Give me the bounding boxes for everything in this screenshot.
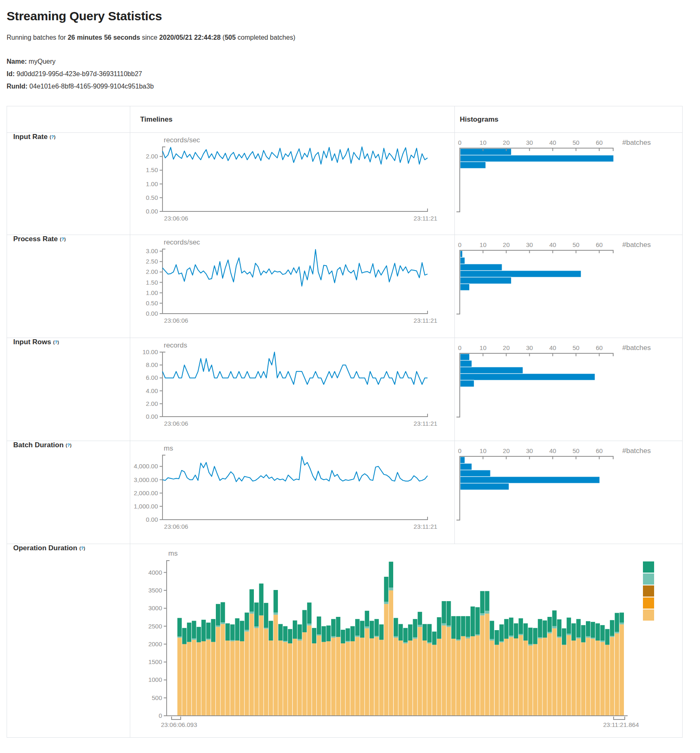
svg-text:records/sec: records/sec [164,136,200,144]
query-id-label: Id: [7,70,15,77]
svg-text:500: 500 [152,694,162,701]
svg-text:1000: 1000 [148,676,162,683]
running-prefix: Running batches for [7,34,68,41]
batch-duration-timeline-chart: ms0.001,000.002,000.003,000.004,000.0023… [130,441,444,544]
help-icon[interactable]: (?) [79,546,85,551]
input-rows-histogram-chart: 0102030405060#batches [455,338,677,441]
svg-text:0.00: 0.00 [146,208,158,215]
statistics-table: Timelines Histograms Input Rate(?) recor… [7,106,683,738]
svg-text:23:11:21: 23:11:21 [413,215,437,222]
query-name-label: Name: [7,58,27,65]
start-time: 2020/05/21 22:44:28 [159,34,221,41]
svg-text:0: 0 [458,139,461,146]
row-label-input-rate: Input Rate(?) [7,133,130,141]
help-icon[interactable]: (?) [66,443,72,448]
svg-text:2.50: 2.50 [146,258,158,265]
svg-text:2.00: 2.00 [146,400,158,407]
query-id-line: Id: 9d0dd219-995d-423e-b97d-36931110bb27 [7,68,700,80]
svg-text:60: 60 [596,447,603,454]
query-name-line: Name: myQuery [7,55,700,68]
help-icon[interactable]: (?) [60,237,66,242]
paren-open: ( [221,34,225,41]
svg-text:ms: ms [168,549,178,557]
query-runid-line: RunId: 04e101e6-8bf8-4165-9099-9104c951b… [7,80,700,93]
svg-text:20: 20 [503,241,510,248]
svg-text:#batches: #batches [622,241,651,249]
svg-text:40: 40 [549,447,556,454]
svg-text:records/sec: records/sec [164,238,200,246]
svg-text:10: 10 [480,241,487,248]
svg-text:3000: 3000 [148,604,162,612]
svg-text:10.00: 10.00 [142,348,158,355]
svg-text:20: 20 [503,139,510,146]
legend-swatch [643,597,654,609]
svg-text:1,000.00: 1,000.00 [134,503,158,510]
legend-swatch [643,609,654,621]
svg-text:23:11:21.864: 23:11:21.864 [603,721,639,728]
running-duration: 26 minutes 56 seconds [68,34,140,41]
process-rate-timeline-chart: records/sec0.000.501.001.502.002.503.002… [130,235,444,338]
row-label-process-rate: Process Rate(?) [7,235,130,243]
svg-text:0.00: 0.00 [146,310,158,317]
svg-text:50: 50 [573,139,580,146]
help-icon[interactable]: (?) [50,134,55,139]
input-rate-histogram-chart: 0102030405060#batches [455,133,677,235]
svg-text:10: 10 [480,344,487,351]
svg-text:40: 40 [549,241,556,248]
svg-text:8.00: 8.00 [146,361,158,368]
help-icon[interactable]: (?) [53,340,59,345]
svg-text:30: 30 [526,447,533,454]
svg-text:1.00: 1.00 [146,180,158,187]
column-header-histograms: Histograms [455,106,683,133]
since-word: since [140,34,159,41]
input-rate-timeline-chart: records/sec0.000.501.001.502.0023:06:062… [130,133,444,235]
legend-swatch [643,561,654,573]
table-row: Input Rate(?) records/sec0.000.501.001.5… [7,133,683,235]
input-rows-timeline-chart: records0.002.004.006.008.0010.0023:06:06… [130,338,444,441]
svg-text:3.00: 3.00 [146,247,158,254]
svg-text:0.00: 0.00 [146,413,158,420]
header-empty-cell [7,106,130,133]
svg-text:30: 30 [526,139,533,146]
streaming-statistics-page: Streaming Query Statistics Running batch… [0,0,700,750]
column-header-timelines: Timelines [130,106,455,133]
svg-text:1.50: 1.50 [146,166,158,173]
process-rate-histogram-chart: 0102030405060#batches [455,235,677,338]
svg-text:2.00: 2.00 [146,153,158,160]
svg-text:23:11:21: 23:11:21 [413,420,437,427]
table-row: Input Rows(?) records0.002.004.006.008.0… [7,338,683,441]
svg-text:0.50: 0.50 [146,300,158,307]
query-info: Name: myQuery Id: 9d0dd219-995d-423e-b97… [7,55,700,93]
completed-batches-count: 505 [225,34,236,41]
svg-text:60: 60 [596,344,603,351]
svg-text:23:06:06: 23:06:06 [164,523,188,530]
svg-text:40: 40 [549,344,556,351]
svg-text:#batches: #batches [622,344,651,352]
operation-duration-chart: ms0500100015002000250030003500400023:06:… [130,544,668,737]
completed-suffix: completed batches) [236,34,295,41]
svg-text:40: 40 [549,139,556,146]
svg-text:4,000.00: 4,000.00 [134,463,158,470]
svg-text:6.00: 6.00 [146,374,158,381]
svg-text:1.50: 1.50 [146,279,158,286]
svg-text:4000: 4000 [148,569,162,576]
svg-text:records: records [164,341,187,349]
svg-text:0: 0 [458,344,461,351]
svg-text:2.00: 2.00 [146,268,158,275]
svg-text:10: 10 [480,447,487,454]
table-row: Process Rate(?) records/sec0.000.501.001… [7,235,683,338]
svg-text:0: 0 [159,712,162,719]
svg-text:1.00: 1.00 [146,289,158,296]
legend-swatch [643,573,654,585]
row-label-operation-duration: Operation Duration(?) [7,544,130,552]
svg-text:30: 30 [526,344,533,351]
svg-text:3500: 3500 [148,587,162,594]
table-row: Batch Duration(?) ms0.001,000.002,000.00… [7,441,683,544]
svg-text:23:06:06: 23:06:06 [164,215,188,222]
svg-text:1500: 1500 [148,658,162,665]
page-title: Streaming Query Statistics [7,9,700,23]
svg-text:23:11:21: 23:11:21 [413,523,437,530]
svg-text:0: 0 [458,447,461,454]
svg-text:2500: 2500 [148,623,162,630]
table-row: Operation Duration(?) ms0500100015002000… [7,544,683,738]
